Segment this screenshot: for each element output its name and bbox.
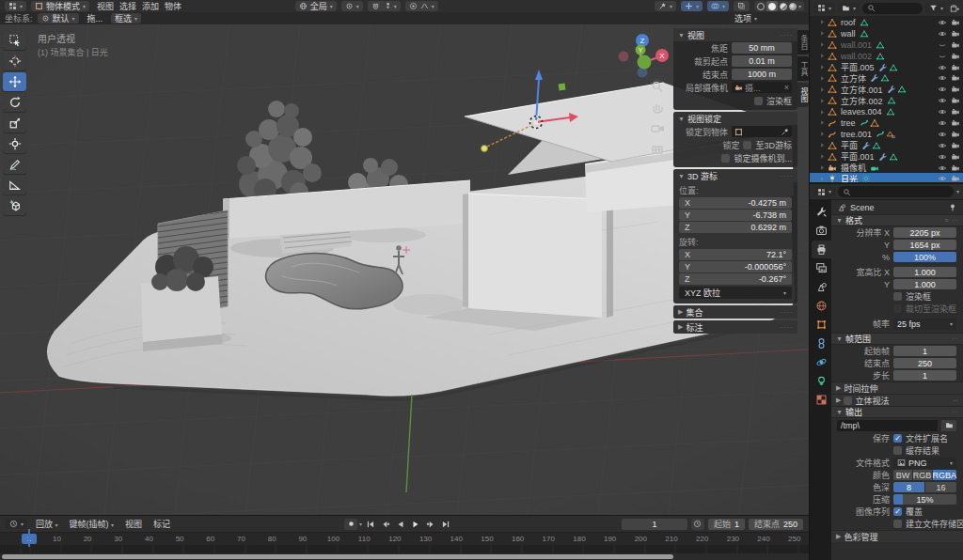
frame-start-prop-field[interactable]: 1: [893, 346, 956, 356]
placeholders-checkbox[interactable]: [893, 520, 902, 528]
snap-toggle[interactable]: ▾: [368, 1, 401, 11]
pin-icon[interactable]: [948, 203, 957, 212]
orientation-selector[interactable]: 全局▾: [295, 1, 337, 11]
jump-to-end-button[interactable]: [439, 519, 452, 530]
render-visibility-icon[interactable]: [951, 152, 960, 162]
resolution-y-field[interactable]: 1654 px: [893, 240, 956, 250]
options-menu[interactable]: 选项▾: [731, 13, 761, 23]
panel-view-header[interactable]: ▼视图····: [673, 28, 797, 41]
color-management-panel[interactable]: ▶色彩管理: [831, 530, 963, 542]
outliner-row[interactable]: 立方体: [810, 72, 963, 84]
new-collection-button[interactable]: [950, 4, 959, 13]
output-panel-header[interactable]: ▼输出··: [831, 406, 963, 418]
panel-view-lock-header[interactable]: ▼视图锁定: [673, 112, 797, 125]
outliner-display-mode[interactable]: ▾: [838, 3, 860, 13]
eye-closed-icon[interactable]: [938, 52, 947, 61]
color-rgb[interactable]: RGB: [913, 470, 932, 480]
overwrite-checkbox[interactable]: [893, 507, 902, 516]
tool-button[interactable]: [3, 176, 26, 194]
render-visibility-icon[interactable]: [951, 40, 960, 50]
file-format-dropdown[interactable]: PNG▾: [893, 458, 956, 469]
render-visibility-icon[interactable]: [951, 52, 960, 61]
render-visibility-icon[interactable]: [951, 85, 960, 94]
render-visibility-icon[interactable]: [951, 18, 960, 27]
frame-end-prop-field[interactable]: 250: [893, 358, 956, 368]
render-visibility-icon[interactable]: [951, 163, 960, 173]
tool-button[interactable]: [3, 93, 26, 112]
play-button[interactable]: [409, 519, 422, 530]
cursor-rotation-field[interactable]: X72.1°: [679, 249, 792, 260]
render-visibility-icon[interactable]: [951, 29, 960, 39]
compression-slider[interactable]: 15%: [893, 494, 956, 505]
clip-end-field[interactable]: 1000 m: [732, 69, 792, 80]
timeline-editor-type[interactable]: ▾: [6, 519, 27, 529]
local-camera-field[interactable]: 摄...×: [732, 82, 792, 93]
timeline-track[interactable]: [0, 545, 809, 553]
mode-selector[interactable]: 物体模式▾: [31, 1, 89, 11]
current-frame-field[interactable]: 1: [622, 519, 687, 530]
marker-menu[interactable]: 标记: [150, 518, 173, 530]
outliner-row[interactable]: tree.001 10: [810, 129, 963, 140]
viewport-menu[interactable]: 视图: [94, 0, 117, 12]
frame-start-field[interactable]: 起始1: [708, 519, 745, 530]
viewport-menu[interactable]: 选择: [117, 0, 139, 12]
n-panel-tab[interactable]: 条目: [797, 30, 809, 54]
cursor-location-field[interactable]: X-0.4275 m: [679, 197, 792, 209]
render-visibility-icon[interactable]: [951, 96, 960, 105]
render-visibility-icon[interactable]: [951, 118, 960, 128]
tool-button[interactable]: [3, 196, 26, 215]
file-extension-checkbox[interactable]: [893, 434, 902, 443]
outliner-row[interactable]: roof: [810, 17, 963, 28]
pan-button[interactable]: [649, 100, 666, 117]
outliner-row[interactable]: 立方体.001: [810, 84, 963, 95]
outliner-row[interactable]: 摄像机: [810, 163, 963, 174]
timeline-ruler[interactable]: 1 10203040506070809010011012013014015016…: [0, 532, 809, 545]
outliner-row[interactable]: 平面.001: [810, 151, 963, 163]
output-path-field[interactable]: /tmp\: [837, 420, 938, 431]
outliner-row[interactable]: leaves.004: [810, 106, 963, 117]
cursor-location-field[interactable]: Z0.6292 m: [679, 222, 792, 233]
cursor-location-field[interactable]: Y-6.738 m: [679, 210, 792, 221]
eye-icon[interactable]: [938, 63, 947, 72]
aspect-y-field[interactable]: 1.000: [893, 279, 956, 289]
tool-button[interactable]: [3, 134, 26, 153]
outliner-row[interactable]: wall.001: [810, 39, 963, 51]
eye-icon[interactable]: [938, 73, 947, 83]
render-visibility-icon[interactable]: [951, 63, 960, 72]
zoom-button[interactable]: [649, 79, 666, 96]
properties-tab[interactable]: [812, 372, 831, 390]
rotation-mode-dropdown[interactable]: XYZ 欧拉▾: [679, 287, 792, 299]
n-panel-tab[interactable]: 视图: [797, 83, 809, 107]
selectability-filter[interactable]: ▾: [655, 1, 676, 11]
cache-result-checkbox[interactable]: [893, 446, 902, 455]
outliner-editor-type[interactable]: ▾: [813, 3, 835, 13]
shading-solid[interactable]: [766, 1, 778, 11]
panel-3d-cursor-header[interactable]: ▼3D 游标····: [673, 169, 797, 182]
eye-icon[interactable]: [938, 163, 947, 173]
frame-step-field[interactable]: 1: [893, 370, 956, 381]
outliner-row[interactable]: wall.002: [810, 51, 963, 62]
aspect-x-field[interactable]: 1.000: [893, 267, 956, 277]
clear-icon[interactable]: ×: [784, 83, 789, 92]
timeline-view-menu[interactable]: 视图: [122, 518, 145, 530]
auto-keying-button[interactable]: [344, 519, 357, 530]
outliner-row[interactable]: tree: [810, 117, 963, 129]
render-visibility-icon[interactable]: [951, 107, 960, 117]
eye-icon[interactable]: [938, 18, 947, 27]
resolution-pct-slider[interactable]: 100%: [893, 252, 956, 262]
eye-icon[interactable]: [938, 85, 947, 94]
format-panel-header[interactable]: ▼格式≡ ··: [831, 214, 963, 226]
prev-keyframe-button[interactable]: [379, 519, 392, 530]
outliner-search[interactable]: [862, 3, 923, 14]
outliner-filter[interactable]: ▾: [925, 3, 947, 13]
render-region-checkbox[interactable]: [754, 97, 763, 105]
outliner-row[interactable]: 平面: [810, 140, 963, 151]
color-rgba[interactable]: RGBA: [933, 470, 957, 480]
next-keyframe-button[interactable]: [424, 519, 437, 530]
tool-button[interactable]: [3, 52, 26, 70]
tool-button[interactable]: [3, 114, 26, 132]
eye-icon[interactable]: [938, 29, 947, 39]
playhead[interactable]: [28, 529, 30, 547]
depth-8[interactable]: 8: [893, 482, 924, 492]
show-overlays-toggle[interactable]: ▾: [707, 1, 729, 11]
